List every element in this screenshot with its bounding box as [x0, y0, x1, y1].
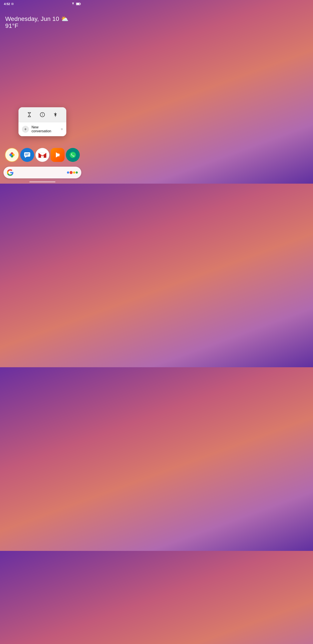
- svg-rect-2: [80, 4, 81, 4]
- plus-symbol: +: [24, 127, 27, 132]
- svg-point-10: [9, 154, 12, 156]
- phone-app[interactable]: [66, 148, 80, 162]
- podcast-icon: [54, 151, 61, 159]
- gmail-icon: [38, 152, 47, 158]
- time-display: 4:52: [4, 2, 10, 6]
- new-conversation-action[interactable]: + New conversation ≡: [18, 122, 66, 136]
- drag-handle-icon: ≡: [61, 127, 63, 131]
- dock: [0, 148, 85, 162]
- battery-icon: [76, 2, 81, 5]
- screenshot-icon: ⊡: [11, 2, 13, 6]
- add-icon: +: [22, 126, 29, 133]
- svg-rect-17: [58, 153, 59, 157]
- svg-marker-16: [56, 152, 60, 158]
- popup-arrow: [40, 136, 44, 136]
- svg-rect-11: [24, 152, 30, 157]
- podcast-app[interactable]: [51, 148, 64, 162]
- google-logo: [7, 169, 13, 176]
- wifi-icon: [71, 2, 75, 5]
- svg-rect-14: [25, 155, 28, 155]
- status-bar: 4:52 ⊡: [0, 0, 85, 6]
- hourglass-icon: [27, 112, 32, 117]
- home-indicator[interactable]: [29, 182, 55, 182]
- messages-app[interactable]: [20, 148, 34, 162]
- svg-point-18: [70, 152, 76, 158]
- google-photos-icon: [8, 151, 16, 159]
- dot-green: [76, 172, 78, 174]
- google-photos-app[interactable]: [5, 148, 19, 162]
- dot-blue: [67, 172, 69, 174]
- pin-shortcut-button[interactable]: [51, 111, 59, 118]
- app-info-button[interactable]: [38, 111, 46, 118]
- pin-icon: [53, 112, 58, 117]
- svg-marker-12: [25, 157, 27, 158]
- google-assistant-icon[interactable]: [67, 171, 78, 174]
- date-weather-widget: Wednesday, Jun 10 ⛅ 91°F: [0, 6, 85, 29]
- info-icon: [40, 112, 45, 117]
- phone-icon: [69, 151, 77, 159]
- gmail-app[interactable]: [35, 148, 49, 162]
- new-conversation-label: New conversation: [31, 125, 58, 133]
- popup-icons-row: [18, 107, 66, 122]
- context-menu-popup: + New conversation ≡: [18, 107, 66, 136]
- svg-rect-1: [76, 3, 79, 5]
- dot-yellow: [73, 172, 75, 174]
- google-search-bar[interactable]: [3, 167, 81, 178]
- dot-red: [69, 171, 73, 174]
- date-weather-text: Wednesday, Jun 10 ⛅ 91°F: [5, 16, 68, 29]
- messages-icon: [23, 151, 31, 159]
- status-right: [71, 2, 81, 5]
- svg-rect-13: [25, 154, 29, 154]
- status-left: 4:52 ⊡: [4, 2, 13, 6]
- app-timer-button[interactable]: [25, 111, 33, 118]
